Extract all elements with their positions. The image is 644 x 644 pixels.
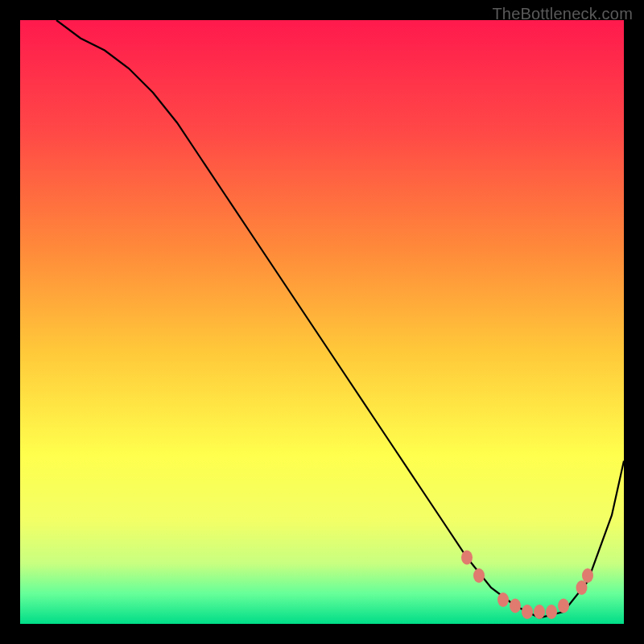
- curve-marker: [558, 599, 569, 613]
- chart-frame: TheBottleneck.com: [0, 0, 644, 644]
- curve-marker: [582, 568, 593, 583]
- chart-svg: [20, 20, 624, 624]
- curve-marker: [522, 605, 533, 619]
- plot-area: [20, 20, 624, 624]
- curve-marker: [534, 605, 545, 619]
- curve-marker: [546, 605, 557, 619]
- curve-marker: [510, 599, 521, 613]
- curve-marker: [576, 580, 588, 595]
- watermark-text: TheBottleneck.com: [492, 5, 633, 23]
- gradient-background: [20, 20, 624, 624]
- curve-marker: [473, 568, 485, 583]
- curve-marker: [461, 551, 473, 565]
- curve-marker: [497, 592, 509, 607]
